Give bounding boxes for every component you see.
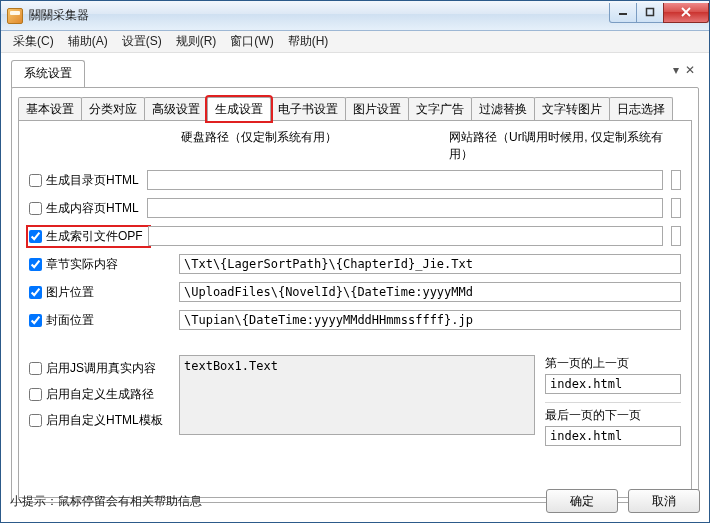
lbl-custom-gen-path: 启用自定义生成路径 — [46, 386, 154, 403]
lbl-content-html: 生成内容页HTML — [46, 200, 139, 217]
titlebar: 關關采集器 — [1, 1, 709, 31]
tab-basic[interactable]: 基本设置 — [18, 97, 82, 121]
row-image-path: 图片位置 — [29, 281, 681, 303]
chk-cover-path[interactable] — [29, 314, 42, 327]
svg-rect-0 — [619, 13, 627, 15]
lbl-index-opf: 生成索引文件OPF — [46, 228, 143, 245]
chk-catalog-html[interactable] — [29, 174, 42, 187]
menu-assist[interactable]: 辅助(A) — [62, 31, 114, 52]
chk-image-path[interactable] — [29, 286, 42, 299]
window-title: 關關采集器 — [29, 7, 610, 24]
cancel-button[interactable]: 取消 — [628, 489, 700, 513]
disk-path-header: 硬盘路径（仅定制系统有用） — [181, 129, 449, 163]
menubar: 采集(C) 辅助(A) 设置(S) 规则(R) 窗口(W) 帮助(H) — [1, 31, 709, 53]
menu-help[interactable]: 帮助(H) — [282, 31, 335, 52]
lbl-chapter-content: 章节实际内容 — [46, 256, 118, 273]
lbl-cover-path: 封面位置 — [46, 312, 94, 329]
opf-disk-input[interactable] — [148, 226, 663, 246]
tab-textad[interactable]: 文字广告 — [408, 97, 472, 121]
row-content-html: 生成内容页HTML — [29, 197, 681, 219]
inner-tabs: 基本设置 分类对应 高级设置 生成设置 电子书设置 图片设置 文字广告 过滤替换… — [12, 88, 698, 120]
lbl-custom-html-tpl: 启用自定义HTML模板 — [46, 412, 163, 429]
cover-path-input[interactable] — [179, 310, 681, 330]
lower-section: 启用JS调用真实内容 启用自定义生成路径 启用自定义HTML模板 第一页的上一页 — [29, 355, 681, 452]
menu-collect[interactable]: 采集(C) — [7, 31, 60, 52]
chk-custom-gen-path[interactable] — [29, 388, 42, 401]
maximize-icon — [645, 7, 655, 17]
tab-system-settings[interactable]: 系统设置 — [11, 60, 85, 88]
minimize-icon — [618, 7, 628, 17]
tab-generate[interactable]: 生成设置 — [207, 97, 271, 121]
first-prev-input[interactable] — [545, 374, 681, 394]
maximize-button[interactable] — [636, 3, 664, 23]
tab-filter[interactable]: 过滤替换 — [471, 97, 535, 121]
tab-ebook[interactable]: 电子书设置 — [270, 97, 346, 121]
tab-close-icon[interactable]: ✕ — [685, 63, 695, 77]
app-icon — [7, 8, 23, 24]
chk-content-html[interactable] — [29, 202, 42, 215]
opf-web-input[interactable] — [671, 226, 681, 246]
row-index-opf: 生成索引文件OPF — [29, 225, 681, 247]
ok-button[interactable]: 确定 — [546, 489, 618, 513]
column-headers: 硬盘路径（仅定制系统有用） 网站路径（Url调用时候用, 仅定制系统有用） — [29, 129, 681, 163]
app-window: 關關采集器 采集(C) 辅助(A) 设置(S) 规则(R) 窗口(W) 帮助(H… — [0, 0, 710, 523]
web-path-header: 网站路径（Url调用时候用, 仅定制系统有用） — [449, 129, 681, 163]
catalog-web-input[interactable] — [671, 170, 681, 190]
row-chapter-content: 章节实际内容 — [29, 253, 681, 275]
chk-chapter-content[interactable] — [29, 258, 42, 271]
content-disk-input[interactable] — [147, 198, 663, 218]
lbl-last-next: 最后一页的下一页 — [545, 407, 681, 424]
tab-advanced[interactable]: 高级设置 — [144, 97, 208, 121]
image-path-input[interactable] — [179, 282, 681, 302]
chapter-path-input[interactable] — [179, 254, 681, 274]
menu-settings[interactable]: 设置(S) — [116, 31, 168, 52]
tab-strip-controls: ▾ ✕ — [673, 63, 695, 77]
tab-text2img[interactable]: 文字转图片 — [534, 97, 610, 121]
hint-text: 小提示：鼠标停留会有相关帮助信息 — [10, 493, 536, 510]
chk-custom-html-tpl[interactable] — [29, 414, 42, 427]
row-cover-path: 封面位置 — [29, 309, 681, 331]
outer-tab-area: 系统设置 ▾ ✕ — [1, 53, 709, 87]
menu-window[interactable]: 窗口(W) — [224, 31, 279, 52]
footer: 小提示：鼠标停留会有相关帮助信息 确定 取消 — [10, 489, 700, 513]
close-icon — [680, 7, 692, 17]
svg-rect-1 — [647, 9, 654, 16]
lbl-first-prev: 第一页的上一页 — [545, 355, 681, 372]
generate-settings-panel: 硬盘路径（仅定制系统有用） 网站路径（Url调用时候用, 仅定制系统有用） 生成… — [18, 120, 692, 498]
row-catalog-html: 生成目录页HTML — [29, 169, 681, 191]
template-textarea[interactable] — [179, 355, 535, 435]
tab-image[interactable]: 图片设置 — [345, 97, 409, 121]
last-next-input[interactable] — [545, 426, 681, 446]
content-web-input[interactable] — [671, 198, 681, 218]
outer-panel: 基本设置 分类对应 高级设置 生成设置 电子书设置 图片设置 文字广告 过滤替换… — [11, 87, 699, 503]
tab-category[interactable]: 分类对应 — [81, 97, 145, 121]
chk-index-opf[interactable] — [29, 230, 42, 243]
minimize-button[interactable] — [609, 3, 637, 23]
menu-rules[interactable]: 规则(R) — [170, 31, 223, 52]
lbl-catalog-html: 生成目录页HTML — [46, 172, 139, 189]
close-button[interactable] — [663, 3, 709, 23]
chk-js-real-content[interactable] — [29, 362, 42, 375]
lbl-js-real-content: 启用JS调用真实内容 — [46, 360, 156, 377]
catalog-disk-input[interactable] — [147, 170, 663, 190]
tab-log[interactable]: 日志选择 — [609, 97, 673, 121]
window-buttons — [610, 3, 709, 23]
tab-dropdown-icon[interactable]: ▾ — [673, 63, 679, 77]
lbl-image-path: 图片位置 — [46, 284, 94, 301]
